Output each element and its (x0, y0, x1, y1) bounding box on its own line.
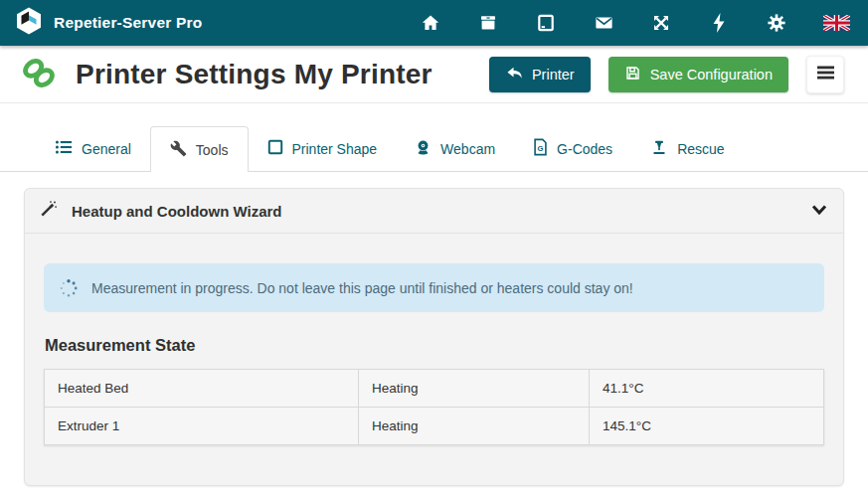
alert-message: Measurement in progress. Do not leave th… (91, 280, 633, 296)
tab-printer-shape[interactable]: Printer Shape (249, 126, 397, 171)
display-icon[interactable] (535, 12, 557, 34)
state-cell: Heating (358, 370, 589, 408)
save-button-label: Save Configuration (650, 67, 773, 83)
settings-tabbar: General Tools Printer Shape Webcam G G-C… (0, 103, 868, 172)
reply-arrow-icon (505, 65, 523, 83)
device-cell: Extruder 1 (45, 408, 359, 445)
panel-body: Measurement in progress. Do not leave th… (25, 234, 843, 445)
device-cell: Heated Bed (45, 370, 359, 408)
magic-wand-icon (39, 200, 58, 223)
tab-gcodes-label: G-Codes (557, 141, 612, 157)
heatup-cooldown-panel: Heatup and Cooldown Wizard Measurement i… (24, 188, 844, 486)
tab-tools[interactable]: Tools (150, 126, 249, 172)
table-row: Extruder 1 Heating 145.1°C (45, 408, 824, 445)
rescue-icon (650, 139, 668, 159)
tab-rescue[interactable]: Rescue (631, 126, 743, 171)
measurement-progress-alert: Measurement in progress. Do not leave th… (44, 263, 824, 312)
bolt-icon[interactable] (708, 12, 730, 34)
tab-tools-label: Tools (196, 142, 229, 158)
page-title: Printer Settings My Printer (76, 59, 433, 90)
expand-icon[interactable] (650, 12, 672, 34)
save-configuration-button[interactable]: Save Configuration (608, 57, 788, 92)
svg-text:G: G (538, 144, 544, 153)
spinner-icon (59, 278, 79, 298)
envelope-icon[interactable] (593, 12, 614, 34)
panel-title: Heatup and Cooldown Wizard (72, 203, 811, 220)
tab-webcam-label: Webcam (440, 141, 495, 157)
home-icon[interactable] (420, 12, 441, 34)
webcam-icon (415, 138, 432, 159)
gcode-file-icon: G (533, 138, 548, 159)
tab-general-label: General (82, 141, 131, 157)
measurement-state-table: Heated Bed Heating 41.1°C Extruder 1 Hea… (44, 369, 824, 445)
wrench-icon (170, 140, 187, 160)
panel-header[interactable]: Heatup and Cooldown Wizard (25, 189, 843, 234)
tab-general[interactable]: General (36, 126, 150, 171)
table-row: Heated Bed Heating 41.1°C (45, 370, 824, 408)
tab-webcam[interactable]: Webcam (396, 126, 514, 171)
measurement-state-heading: Measurement State (45, 336, 824, 355)
brand-title: Repetier-Server Pro (54, 14, 202, 32)
gear-icon[interactable] (766, 12, 787, 34)
menu-button[interactable] (806, 56, 844, 93)
page-header: Printer Settings My Printer Printer Save… (0, 46, 868, 103)
chevron-down-icon[interactable] (811, 202, 827, 220)
printer-button[interactable]: Printer (489, 57, 591, 92)
list-icon (55, 139, 73, 158)
printer-box-icon[interactable] (477, 12, 499, 34)
state-cell: Heating (358, 408, 589, 445)
language-flag-uk-icon[interactable] (823, 12, 850, 34)
navbar-icons (420, 12, 852, 34)
hamburger-icon (817, 66, 834, 83)
floppy-icon (624, 65, 641, 84)
top-navbar: Repetier-Server Pro (0, 0, 868, 46)
temperature-cell: 145.1°C (590, 408, 824, 445)
brand[interactable]: Repetier-Server Pro (14, 6, 202, 40)
tab-rescue-label: Rescue (677, 141, 724, 157)
tab-gcodes[interactable]: G G-Codes (514, 126, 631, 171)
square-icon (267, 139, 283, 158)
tab-printer-shape-label: Printer Shape (292, 141, 378, 157)
app-window: Repetier-Server Pro (0, 0, 868, 497)
printer-button-label: Printer (532, 67, 575, 83)
temperature-cell: 41.1°C (590, 370, 824, 408)
repetier-logo-icon (14, 6, 44, 40)
link-icon (18, 54, 60, 95)
